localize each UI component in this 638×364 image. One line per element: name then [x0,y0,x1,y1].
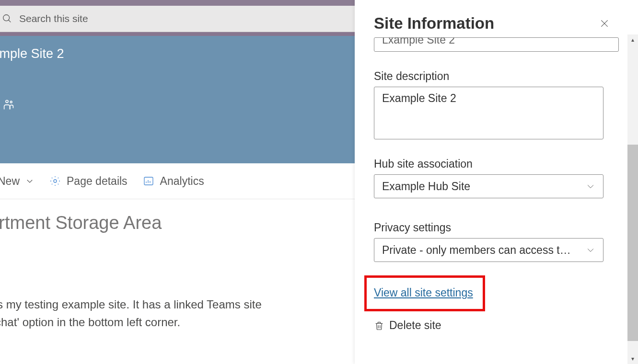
search-input[interactable] [19,13,355,24]
site-description-input[interactable] [374,87,603,139]
highlight-annotation: View all site settings [364,275,485,311]
page-title: partment Storage Area [0,199,355,233]
site-name-input[interactable]: Lxample Site 2 [374,37,619,52]
hub-association-select[interactable]: Example Hub Site [374,174,603,198]
body-line: s is my testing example site. It has a l… [0,296,355,313]
new-menu[interactable]: New [0,175,34,188]
site-header: xample Site 2 [0,36,355,163]
svg-point-2 [6,100,8,102]
page-details-label: Page details [67,175,128,188]
privacy-settings-label: Privacy settings [374,221,619,234]
gear-icon [49,175,61,187]
suite-bar [0,0,355,6]
panel-header: Site Information [355,0,638,34]
chevron-down-icon [25,177,34,185]
analytics-button[interactable]: Analytics [143,175,204,188]
panel-title: Site Information [374,14,494,33]
hub-association-label: Hub site association [374,158,619,171]
close-icon [600,19,609,28]
body-line: e chat' option in the bottom left corner… [0,313,355,331]
panel-body: Lxample Site 2 Site description Hub site… [355,34,638,364]
privacy-settings-value: Private - only members can access t… [382,244,571,257]
analytics-icon [143,175,154,187]
site-information-panel: Site Information Lxample Site 2 Site des… [355,0,638,364]
scroll-up-arrow[interactable]: ▴ [631,34,634,45]
teams-icon[interactable] [2,99,15,112]
search-icon [2,13,12,24]
scroll-thumb[interactable] [627,145,638,341]
page-details-button[interactable]: Page details [49,175,128,188]
chevron-down-icon [586,245,595,255]
analytics-label: Analytics [160,175,204,188]
svg-rect-5 [144,177,153,185]
svg-line-1 [9,20,11,23]
scrollbar[interactable]: ▴ ▾ [627,34,638,364]
delete-site-button[interactable]: Delete site [374,319,619,332]
svg-point-0 [3,15,10,21]
site-name: xample Site 2 [0,46,64,61]
privacy-settings-select[interactable]: Private - only members can access t… [374,238,603,262]
site-description-label: Site description [374,70,619,83]
close-button[interactable] [600,19,609,28]
delete-site-label: Delete site [389,319,441,332]
hub-association-value: Example Hub Site [382,180,470,193]
scroll-down-arrow[interactable]: ▾ [631,353,634,364]
search-bar[interactable] [0,6,355,32]
trash-icon [374,320,384,331]
view-all-site-settings-link[interactable]: View all site settings [374,286,473,299]
command-bar: New Page details Analytics [0,163,355,199]
main-content: xample Site 2 New Page details [0,0,355,364]
chevron-down-icon [586,182,595,191]
svg-point-3 [10,101,12,103]
separator-bar [0,32,355,36]
new-label: New [0,175,20,188]
svg-point-4 [54,180,57,182]
page-body: s is my testing example site. It has a l… [0,233,355,331]
